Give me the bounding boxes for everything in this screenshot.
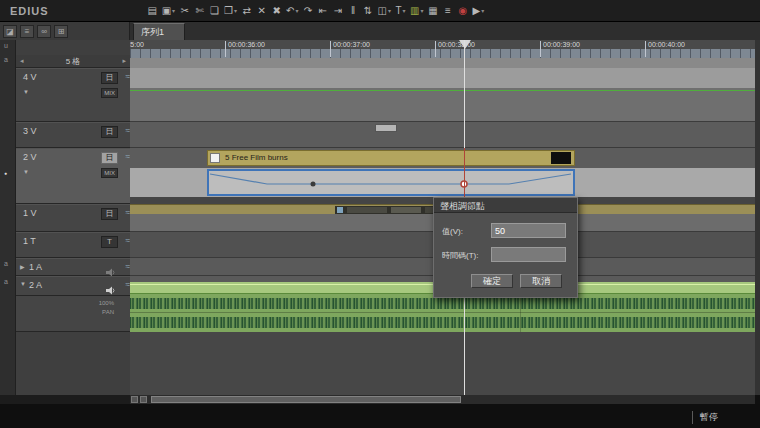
set-in-point-icon[interactable]: ⇤	[315, 2, 330, 20]
mini-clip[interactable]	[391, 207, 421, 213]
audio-lock-2a-icon[interactable]: a	[4, 278, 8, 285]
scroll-left-button[interactable]	[131, 396, 138, 403]
lane-4v	[130, 68, 755, 88]
pan-rubber-band[interactable]	[209, 171, 573, 194]
playback-status: 暫停	[692, 411, 718, 424]
waveform-right	[130, 313, 755, 332]
track-header-3v[interactable]: 3 V 日 ≈	[16, 122, 130, 148]
clip-label: 5 Free Film burns	[225, 153, 288, 162]
paste-icon[interactable]: ❐▾	[222, 2, 239, 20]
track-header-2v[interactable]: 2 V ▼ 日 MIX ≈	[16, 148, 130, 204]
status-bar: 暫停	[0, 404, 760, 428]
timescale-label: 5 格	[66, 56, 81, 67]
edius-window: EDIUS ▤▣▾✂✄❏❐▾⇄✕✖↶▾↷⇤⇥‖⇅◫▾T▾▥▾▦≡◉▶▾ ◪ ≡ …	[0, 0, 760, 428]
track-layout-icon[interactable]: ≡	[20, 25, 34, 38]
track-header-1t[interactable]: 1 T T ≈	[16, 232, 130, 258]
track-label: 1 V	[23, 208, 37, 218]
scrollbar-thumb[interactable]	[151, 396, 461, 403]
video-display-toggle-icon[interactable]: 日	[101, 72, 118, 84]
ok-button[interactable]: 確定	[471, 274, 513, 288]
video-master-toggle-icon[interactable]: u	[4, 42, 8, 49]
track-header-4v[interactable]: 4 V ▼ 日 MIX ≈	[16, 68, 130, 122]
horizontal-scrollbar[interactable]	[130, 395, 755, 404]
track-label: 2 V	[23, 152, 37, 162]
track-settings-icon[interactable]: ◪	[3, 25, 17, 38]
copy-icon[interactable]: ❏	[207, 2, 222, 20]
mixer-button[interactable]: MIX	[101, 88, 118, 98]
audio-lock-1a-icon[interactable]: a	[4, 260, 8, 267]
expand-icon[interactable]: ▶	[20, 263, 25, 270]
rubber-band-line[interactable]	[130, 90, 755, 91]
sync-mode-icon[interactable]: ⇅	[360, 2, 375, 20]
toolbar-icons: ▤▣▾✂✄❏❐▾⇄✕✖↶▾↷⇤⇥‖⇅◫▾T▾▥▾▦≡◉▶▾	[145, 2, 487, 20]
cancel-button[interactable]: 取消	[520, 274, 562, 288]
pan-point-dialog[interactable]: 聲相調節點 值(V): 時間碼(T): 確定 取消	[433, 197, 578, 298]
playhead-marker-icon[interactable]	[459, 40, 471, 49]
clip-3v[interactable]	[375, 124, 397, 132]
sync-lock-icon[interactable]: ∞	[37, 25, 51, 38]
collapse-icon[interactable]: ▼	[20, 281, 26, 287]
capture-icon[interactable]: ◉	[455, 2, 470, 20]
mini-clip[interactable]	[347, 207, 387, 213]
timescale-right-arrow-icon[interactable]: ▸	[118, 57, 130, 65]
value-label: 值(V):	[442, 226, 463, 237]
sync-lock-column: u a ● a a	[0, 40, 16, 395]
track-header-1v[interactable]: 1 V 日 ≈	[16, 204, 130, 232]
video-display-toggle-icon[interactable]: 日	[101, 208, 118, 220]
ruler-tick: 00:00:35:00	[130, 41, 144, 57]
timescale-selector[interactable]: ◂ 5 格 ▸	[16, 55, 130, 68]
audio-rubber-band-labels: 100% PAN	[16, 296, 130, 332]
replace-icon[interactable]: ⇄	[239, 2, 254, 20]
clip-thumbnail	[210, 153, 220, 163]
cut-icon[interactable]: ✂	[177, 2, 192, 20]
mini-clip[interactable]	[337, 207, 343, 213]
player-icon[interactable]: ▶▾	[470, 2, 486, 20]
video-display-toggle-icon[interactable]: 日	[101, 126, 118, 138]
scroll-right-button[interactable]	[140, 396, 147, 403]
dialog-title[interactable]: 聲相調節點	[434, 198, 577, 213]
track-panel: ◂ 5 格 ▸ 4 V ▼ 日 MIX ≈ 3 V 日 ≈ 2 V ▼ 日 MI…	[16, 40, 130, 395]
sequence-tab-bar	[130, 22, 760, 40]
multicam-icon[interactable]: ▦	[425, 2, 440, 20]
track-label: 3 V	[23, 126, 37, 136]
title-track-icon[interactable]: T	[101, 236, 118, 248]
mixer-button[interactable]: MIX	[101, 168, 118, 178]
video-display-toggle-icon[interactable]: 日	[101, 152, 118, 164]
tab-sequence-1[interactable]: 序列1	[133, 23, 185, 40]
clip-2v-mixer-selected[interactable]	[207, 169, 575, 196]
new-sequence-icon[interactable]: ▤	[145, 2, 160, 20]
vertical-scrollbar[interactable]	[755, 40, 760, 395]
timecode-input[interactable]	[491, 247, 566, 262]
panel-empty-area	[16, 332, 130, 395]
track-label: 1 A	[29, 262, 42, 272]
value-input[interactable]	[491, 223, 566, 238]
lane-4v-mixer	[130, 88, 755, 122]
delete-icon[interactable]: ✕	[254, 2, 269, 20]
track-header-1a[interactable]: ▶ 1 A ≈	[16, 258, 130, 276]
keyframe-point[interactable]	[311, 182, 316, 187]
undo-icon[interactable]: ↶▾	[284, 2, 300, 20]
patch-reset-icon[interactable]: ⊞	[54, 25, 68, 38]
channel-divider	[130, 312, 755, 313]
collapse-icon[interactable]: ▼	[23, 89, 29, 95]
ripple-delete-icon[interactable]: ✖	[269, 2, 284, 20]
audio-mixer-icon[interactable]: ≡	[440, 2, 455, 20]
ripple-cut-icon[interactable]: ✄	[192, 2, 207, 20]
add-transition-icon[interactable]: ◫▾	[375, 2, 392, 20]
audio-master-toggle-icon[interactable]: a	[4, 56, 8, 63]
lane-empty	[130, 332, 755, 395]
track-header-2a[interactable]: ▼ 2 A ≈	[16, 276, 130, 296]
add-cut-point-icon[interactable]: ‖	[345, 2, 360, 20]
timescale-left-arrow-icon[interactable]: ◂	[16, 57, 28, 65]
clip-2v-film-burns[interactable]: 5 Free Film burns	[207, 150, 575, 166]
redo-icon[interactable]: ↷	[300, 2, 315, 20]
timeline-ruler[interactable]: 00:00:35:0000:00:36:0000:00:37:0000:00:3…	[130, 40, 755, 58]
ruler-tick: 00:00:37:00	[330, 41, 370, 57]
track-label: 4 V	[23, 72, 37, 82]
top-toolbar: EDIUS ▤▣▾✂✄❏❐▾⇄✕✖↶▾↷⇤⇥‖⇅◫▾T▾▥▾▦≡◉▶▾	[0, 0, 760, 22]
save-project-icon[interactable]: ▣▾	[160, 2, 177, 20]
collapse-icon[interactable]: ▼	[23, 169, 29, 175]
export-icon[interactable]: ▥▾	[408, 2, 425, 20]
set-out-point-icon[interactable]: ⇥	[330, 2, 345, 20]
title-tool-icon[interactable]: T▾	[393, 2, 408, 20]
